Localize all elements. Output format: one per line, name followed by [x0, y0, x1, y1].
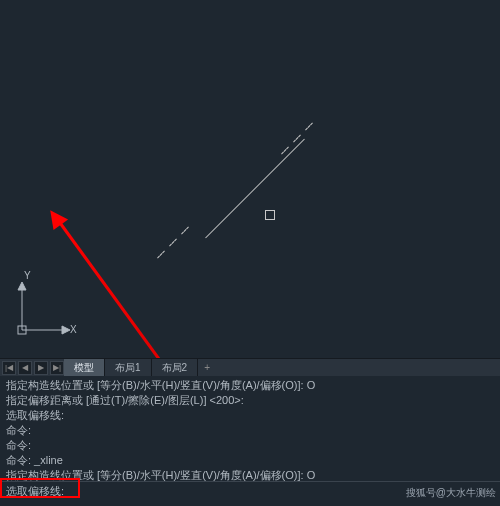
construction-line-dash: [157, 251, 165, 259]
command-history: 指定构造线位置或 [等分(B)/水平(H)/竖直(V)/角度(A)/偏移(O)]…: [0, 376, 500, 481]
nav-next-button[interactable]: ▶: [34, 361, 48, 375]
history-line: 指定偏移距离或 [通过(T)/擦除(E)/图层(L)] <200>:: [6, 393, 494, 408]
construction-line-dash: [169, 239, 177, 247]
tab-layout1[interactable]: 布局1: [105, 359, 152, 377]
tab-model[interactable]: 模型: [64, 359, 105, 377]
history-line: 命令:: [6, 438, 494, 453]
history-line: 选取偏移线:: [6, 408, 494, 423]
ucs-x-label: X: [70, 324, 77, 335]
svg-marker-2: [18, 282, 26, 290]
history-line: 指定构造线位置或 [等分(B)/水平(H)/竖直(V)/角度(A)/偏移(O)]…: [6, 378, 494, 393]
watermark-bottom: 搜狐号@大水牛测绘: [406, 486, 496, 500]
construction-line-solid: [205, 139, 305, 239]
pick-cursor: [265, 210, 275, 220]
drawing-canvas[interactable]: Y X: [0, 0, 500, 358]
tab-add-button[interactable]: +: [198, 362, 216, 373]
svg-marker-3: [62, 326, 70, 334]
nav-prev-button[interactable]: ◀: [18, 361, 32, 375]
tab-nav-group: |◀ ◀ ▶ ▶|: [0, 361, 64, 375]
history-line: 命令:: [6, 423, 494, 438]
ucs-y-label: Y: [24, 270, 31, 281]
history-line: 指定构造线位置或 [等分(B)/水平(H)/竖直(V)/角度(A)/偏移(O)]…: [6, 468, 494, 481]
layout-tab-bar: |◀ ◀ ▶ ▶| 模型 布局1 布局2 +: [0, 358, 500, 376]
construction-line-dash: [181, 227, 189, 235]
tab-layout2[interactable]: 布局2: [152, 359, 199, 377]
construction-line-dash: [305, 123, 313, 131]
nav-last-button[interactable]: ▶|: [50, 361, 64, 375]
ucs-icon: Y X: [14, 278, 74, 338]
command-prompt: 选取偏移线:: [6, 484, 64, 499]
history-line: 命令: _xline: [6, 453, 494, 468]
nav-first-button[interactable]: |◀: [2, 361, 16, 375]
